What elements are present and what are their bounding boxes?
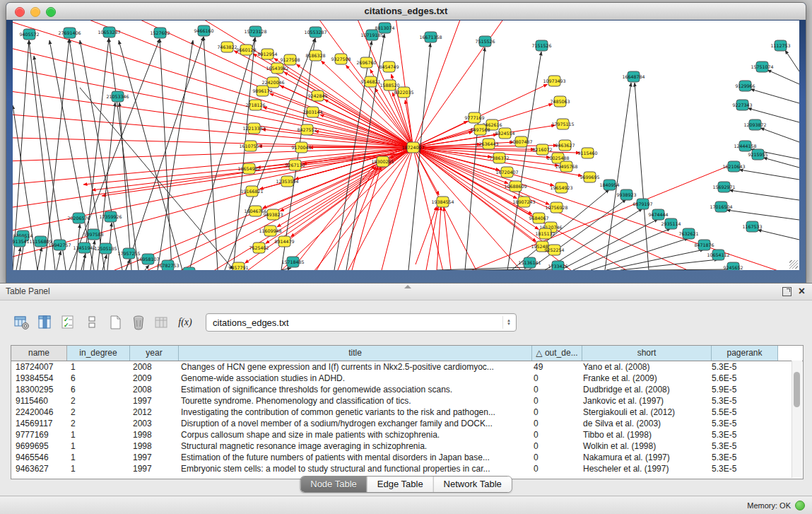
cell-year: 2012 — [129, 407, 177, 417]
function-builder-icon[interactable]: f(x) — [177, 314, 194, 331]
table-mode-icon[interactable] — [13, 314, 30, 331]
node-label: 1815132 — [535, 231, 555, 236]
resize-grip-icon[interactable] — [789, 260, 798, 269]
cell-title: Disruption of a novel member of a sodium… — [177, 419, 529, 428]
cell-out_de: 0 — [529, 452, 579, 462]
cell-pagerank: 5.3E-5 — [707, 441, 773, 451]
zoom-window-button[interactable] — [46, 7, 56, 17]
node-label: 9245652 — [723, 265, 743, 270]
cell-in_degree: 2 — [66, 407, 129, 417]
close-window-button[interactable] — [15, 7, 25, 17]
node-table: namein_degreeyeartitle△ out_de...shortpa… — [11, 345, 804, 479]
table-row[interactable]: 911546021997Tourette syndrome. Phenomeno… — [11, 395, 803, 407]
tab-edge-table[interactable]: Edge Table — [367, 477, 434, 492]
column-header-pagerank[interactable]: pagerank — [712, 346, 778, 361]
tab-network-table[interactable]: Network Table — [434, 477, 512, 492]
table-body[interactable]: 1872400712008Changes of HCN gene express… — [11, 361, 803, 474]
table-selector-dropdown[interactable]: citations_edges.txt ▲▼ — [206, 313, 517, 332]
table-row[interactable]: 1938455462009Genome-wide association stu… — [11, 373, 803, 384]
node-label: 9227343 — [732, 103, 752, 107]
cell-name: 19384554 — [11, 373, 66, 383]
column-header-out_de[interactable]: △ out_de... — [532, 346, 582, 361]
node-label: 9466160 — [194, 28, 213, 33]
node-label: 7515526 — [475, 39, 495, 44]
network-canvas[interactable]: 7463822966012889129549127508165439828186… — [13, 21, 799, 270]
window-titlebar[interactable]: citations_edges.txt — [6, 3, 806, 21]
table-row[interactable]: 946554611997Estimation of the future num… — [11, 452, 803, 463]
memory-ok-icon[interactable] — [795, 501, 805, 510]
scrollbar-thumb[interactable] — [794, 372, 800, 407]
select-columns-icon[interactable]: ✓✓ — [60, 314, 77, 331]
cell-name: 9777169 — [11, 430, 66, 440]
table-scrollbar[interactable] — [792, 361, 802, 478]
table-tabs: Node TableEdge TableNetwork Table — [300, 476, 512, 493]
node-label: 10688609 — [504, 184, 526, 189]
row-height-icon[interactable] — [83, 314, 100, 331]
table-header-row[interactable]: namein_degreeyeartitle△ out_de...shortpa… — [11, 346, 803, 361]
cell-out_de: 0 — [529, 419, 579, 428]
table-row[interactable]: 1456911722003Disruption of a novel membe… — [11, 418, 803, 429]
node-label: 18300295 — [371, 159, 394, 164]
node-label: 9397588 — [83, 232, 103, 237]
node-label: 7151526 — [531, 43, 551, 48]
table-row[interactable]: 969969511998Structural magnetic resonanc… — [11, 440, 803, 452]
table-row[interactable]: 946362711997Embryonic stem cells: a mode… — [11, 463, 803, 474]
delete-column-icon[interactable] — [130, 314, 147, 331]
node-label: 9699695 — [579, 175, 599, 180]
node-label: 11609948 — [259, 228, 281, 233]
network-frame: 7463822966012889129549127508165439828186… — [6, 20, 806, 284]
splitter-grip-icon[interactable] — [404, 285, 411, 288]
node-label: 9170046 — [291, 145, 311, 150]
node-label: 9215955 — [748, 152, 767, 157]
node-label: 9684067 — [529, 216, 548, 221]
table-row[interactable]: 2242004622012Investigating the contribut… — [11, 407, 803, 418]
node-label: 16648784 — [622, 74, 645, 79]
close-panel-icon[interactable]: × — [799, 286, 805, 296]
cell-year: 2009 — [129, 373, 177, 383]
node-label: 12353594 — [276, 179, 298, 184]
window-title: citations_edges.txt — [6, 3, 806, 20]
node-label: 12093872 — [743, 122, 766, 127]
column-header-year[interactable]: year — [130, 346, 179, 361]
table-row[interactable]: 977716911998Corpus callosum shape and si… — [11, 429, 803, 440]
cell-short: Jankovic et al. (1997) — [579, 396, 707, 406]
cell-pagerank: 5.5E-5 — [707, 407, 773, 417]
cell-year: 2008 — [129, 385, 177, 395]
node-label: 15692971 — [712, 185, 735, 189]
column-header-title[interactable]: title — [179, 346, 532, 361]
table-row[interactable]: 1872400712008Changes of HCN gene express… — [11, 361, 803, 373]
node-label: 15751074 — [751, 64, 773, 69]
cell-title: Investigating the contribution of common… — [177, 407, 529, 417]
node-label: 17016504 — [710, 204, 732, 209]
column-header-in_degree[interactable]: in_degree — [67, 346, 130, 361]
table-row[interactable]: 1830029562008Estimation of significance … — [11, 384, 803, 395]
node-label: 8314479 — [274, 239, 294, 244]
node-label: 16210643 — [722, 164, 745, 169]
table-panel-title: Table Panel — [0, 286, 50, 296]
node-label: 10553287 — [304, 30, 326, 35]
float-panel-icon[interactable] — [782, 287, 792, 296]
column-header-name[interactable]: name — [11, 346, 67, 361]
create-column-icon[interactable] — [107, 314, 124, 331]
minimize-window-button[interactable] — [30, 7, 40, 17]
node-label: 19654923 — [550, 185, 572, 190]
cell-in_degree: 1 — [66, 452, 129, 462]
node-label: 9777169 — [464, 115, 484, 120]
node-label: 22420046 — [261, 80, 284, 85]
node-label: 9896172 — [252, 88, 272, 93]
node-label: 12505185 — [94, 246, 117, 251]
tab-node-table[interactable]: Node Table — [300, 477, 367, 492]
show-columns-icon[interactable] — [37, 314, 54, 331]
cell-out_de: 0 — [529, 396, 579, 406]
cell-year: 1997 — [129, 396, 177, 406]
node-label: 9474444 — [648, 212, 668, 217]
node-label: 8912954 — [257, 52, 277, 57]
memory-status-label: Memory: OK — [747, 501, 791, 510]
cell-in_degree: 1 — [66, 362, 129, 372]
node-label: 6879197 — [632, 201, 652, 206]
column-header-short[interactable]: short — [582, 346, 712, 361]
cell-year: 1998 — [129, 430, 177, 440]
node-label: 3913541 — [13, 239, 30, 244]
table-panel-titlebar[interactable]: Table Panel × — [0, 284, 812, 300]
node-label: 21053346 — [106, 94, 129, 99]
